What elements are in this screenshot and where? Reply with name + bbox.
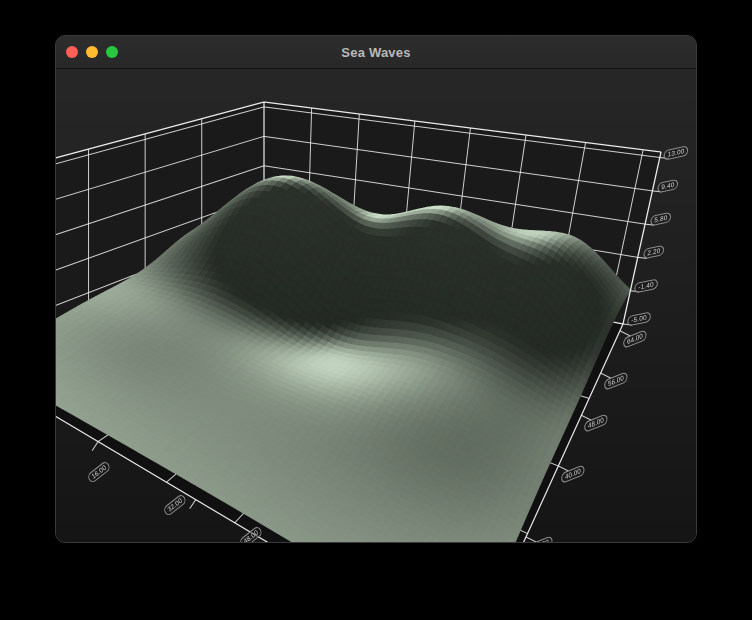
app-window: Sea Waves 13.009.405.802.20-1.40-5.0064.… <box>55 35 697 543</box>
surface-plot: 13.009.405.802.20-1.40-5.0064.0056.0048.… <box>56 69 697 543</box>
window-title: Sea Waves <box>341 45 410 60</box>
sea-waves-3d-surface-canvas[interactable] <box>56 69 697 543</box>
page-root: { "window": { "title": "Sea Waves" }, "t… <box>0 0 752 620</box>
close-button[interactable] <box>66 46 78 58</box>
traffic-lights <box>66 36 118 68</box>
zoom-button[interactable] <box>106 46 118 58</box>
titlebar: Sea Waves <box>56 36 696 69</box>
minimize-button[interactable] <box>86 46 98 58</box>
